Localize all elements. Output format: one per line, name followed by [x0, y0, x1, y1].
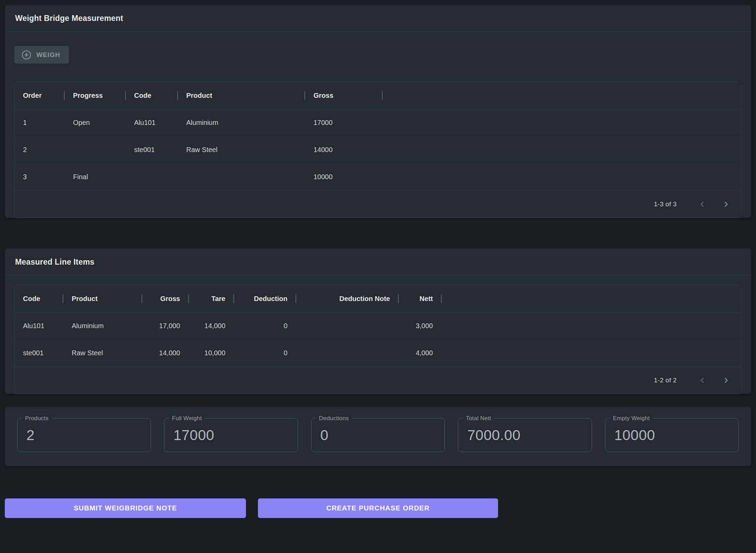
weighbridge-card: Weight Bridge Measurement WEIGH — [5, 5, 751, 218]
empty-weight-field[interactable]: Empty Weight 10000 — [605, 418, 739, 452]
cell-deduction[interactable]: 0 — [234, 312, 296, 339]
cell-deduction-note[interactable] — [296, 312, 399, 339]
chevron-right-icon — [722, 376, 731, 385]
line-items-card-header: Measured Line Items — [5, 249, 751, 275]
next-page-button[interactable] — [719, 197, 734, 212]
cell-gross[interactable]: 10000 — [305, 163, 383, 191]
cell-order[interactable]: 1 — [15, 109, 65, 136]
column-header-nett[interactable]: Nett — [399, 285, 442, 312]
cell-empty — [383, 163, 741, 191]
column-header-order[interactable]: Order — [15, 82, 65, 109]
weighbridge-page: Weight Bridge Measurement WEIGH — [0, 0, 756, 553]
cell-nett[interactable]: 3,000 — [399, 312, 442, 339]
deductions-field-value: 0 — [320, 427, 329, 443]
total-nett-field-label: Total Nett — [463, 415, 494, 422]
previous-page-button[interactable] — [695, 197, 710, 212]
line-items-card: Measured Line Items Code — [5, 249, 751, 394]
column-header-progress[interactable]: Progress — [65, 82, 126, 109]
cell-order[interactable]: 2 — [15, 136, 65, 163]
table-pagination: 1-2 of 2 — [15, 367, 741, 394]
cell-product[interactable]: Aluminium — [178, 109, 305, 136]
cell-code[interactable]: ste001 — [126, 136, 178, 163]
line-items-card-body: Code Product Gross Tare — [5, 285, 751, 394]
column-header-code[interactable]: Code — [15, 285, 63, 312]
column-header-product[interactable]: Product — [178, 82, 305, 109]
next-page-button[interactable] — [719, 373, 734, 388]
weigh-button-label: WEIGH — [36, 51, 60, 59]
weigh-button[interactable]: WEIGH — [14, 46, 69, 64]
column-header-product[interactable]: Product — [63, 285, 142, 312]
submit-weighbridge-note-button[interactable]: SUBMIT WEIGBRIDGE NOTE — [5, 498, 246, 518]
table-row[interactable]: Alu101 Aluminium 17,000 14,000 0 3,000 — [15, 312, 741, 339]
weighbridge-card-title: Weight Bridge Measurement — [15, 14, 741, 23]
cell-deduction[interactable]: 0 — [234, 339, 296, 367]
cell-gross[interactable]: 17,000 — [142, 312, 189, 339]
table-pagination: 1-3 of 3 — [15, 191, 741, 218]
empty-weight-field-value: 10000 — [614, 427, 655, 443]
cell-empty — [383, 109, 741, 136]
chevron-right-icon — [722, 200, 731, 209]
products-field[interactable]: Products 2 — [17, 418, 151, 452]
pagination-range-label: 1-3 of 3 — [654, 200, 677, 208]
cell-code[interactable]: ste001 — [15, 339, 63, 367]
cell-tare[interactable]: 14,000 — [189, 312, 234, 339]
full-weight-field-label: Full Weight — [169, 415, 204, 422]
cell-deduction-note[interactable] — [296, 339, 399, 367]
cell-nett[interactable]: 4,000 — [399, 339, 442, 367]
measurements-table: Order Progress Code Product — [14, 82, 742, 218]
column-header-tare[interactable]: Tare — [189, 285, 234, 312]
line-items-table: Code Product Gross Tare — [14, 285, 742, 394]
cell-tare[interactable]: 10,000 — [189, 339, 234, 367]
table-row[interactable]: ste001 Raw Steel 14,000 10,000 0 4,000 — [15, 339, 741, 367]
deductions-field-label: Deductions — [316, 415, 352, 422]
cell-progress[interactable] — [65, 136, 126, 163]
weighbridge-card-body: WEIGH Order Progress — [5, 32, 751, 218]
products-field-value: 2 — [26, 427, 35, 443]
column-header-empty — [442, 285, 741, 312]
total-nett-field-value: 7000.00 — [467, 427, 520, 443]
column-header-deduction[interactable]: Deduction — [234, 285, 296, 312]
cell-progress[interactable]: Open — [65, 109, 126, 136]
cell-empty — [442, 312, 741, 339]
cell-order[interactable]: 3 — [15, 163, 65, 191]
cell-empty — [442, 339, 741, 367]
table-row[interactable]: 3 Final 10000 — [15, 163, 741, 191]
cell-progress[interactable]: Final — [65, 163, 126, 191]
deductions-field[interactable]: Deductions 0 — [311, 418, 445, 452]
table-row[interactable]: 1 Open Alu101 Aluminium 17000 — [15, 109, 741, 136]
total-nett-field[interactable]: Total Nett 7000.00 — [458, 418, 592, 452]
chevron-left-icon — [698, 200, 707, 209]
cell-empty — [383, 136, 741, 163]
cell-gross[interactable]: 17000 — [305, 109, 383, 136]
cell-code[interactable] — [126, 163, 178, 191]
create-purchase-order-button[interactable]: CREATE PURCHASE ORDER — [258, 498, 498, 518]
cell-gross[interactable]: 14,000 — [142, 339, 189, 367]
previous-page-button[interactable] — [695, 373, 710, 388]
products-field-label: Products — [22, 415, 51, 422]
column-header-deduction-note[interactable]: Deduction Note — [296, 285, 399, 312]
cell-product[interactable]: Raw Steel — [63, 339, 142, 367]
column-header-gross[interactable]: Gross — [305, 82, 383, 109]
full-weight-field-value: 17000 — [173, 427, 214, 443]
line-items-header-row: Code Product Gross Tare — [15, 285, 741, 312]
card-header-divider — [5, 275, 751, 276]
weighbridge-card-header: Weight Bridge Measurement — [5, 5, 751, 32]
add-circle-icon — [21, 50, 32, 60]
measurements-header-row: Order Progress Code Product — [15, 82, 741, 109]
cell-gross[interactable]: 14000 — [305, 136, 383, 163]
column-header-code[interactable]: Code — [126, 82, 178, 109]
cell-code[interactable]: Alu101 — [15, 312, 63, 339]
summary-panel: Products 2 Full Weight 17000 Deductions … — [5, 407, 751, 466]
cell-product[interactable] — [178, 163, 305, 191]
cell-product[interactable]: Aluminium — [63, 312, 142, 339]
action-buttons-row: SUBMIT WEIGBRIDGE NOTE CREATE PURCHASE O… — [5, 498, 751, 518]
full-weight-field[interactable]: Full Weight 17000 — [164, 418, 298, 452]
cell-code[interactable]: Alu101 — [126, 109, 178, 136]
line-items-card-title: Measured Line Items — [15, 257, 741, 267]
column-header-gross[interactable]: Gross — [142, 285, 189, 312]
chevron-left-icon — [698, 376, 707, 385]
table-row[interactable]: 2 ste001 Raw Steel 14000 — [15, 136, 741, 163]
cell-product[interactable]: Raw Steel — [178, 136, 305, 163]
pagination-range-label: 1-2 of 2 — [654, 377, 677, 384]
empty-weight-field-label: Empty Weight — [610, 415, 653, 422]
